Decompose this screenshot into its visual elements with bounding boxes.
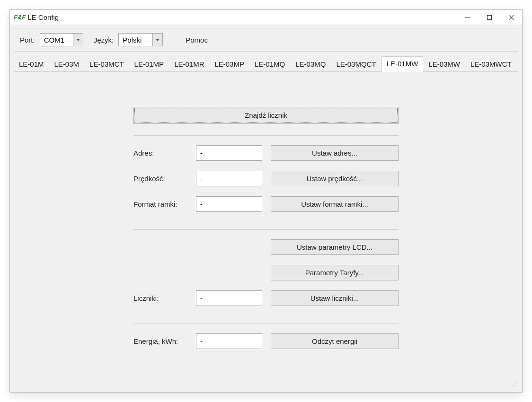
close-button[interactable]: [500, 10, 522, 25]
address-label: Adres:: [133, 149, 196, 157]
row-lcd: . Ustaw parametry LCD...: [133, 238, 399, 255]
language-dropdown-arrow[interactable]: [152, 33, 163, 46]
language-combo[interactable]: [118, 33, 163, 46]
port-label: Port:: [20, 36, 35, 44]
tabs-row: LE-01M LE-03M LE-03MCT LE-01MP LE-01MR L…: [14, 56, 518, 72]
port-input[interactable]: [40, 33, 73, 46]
tab-le-01mw[interactable]: LE-01MW: [381, 56, 424, 72]
svg-point-6: [515, 384, 516, 385]
set-lcd-params-button[interactable]: Ustaw parametry LCD...: [271, 239, 399, 255]
minimize-button[interactable]: [457, 10, 479, 25]
panel-inner: Znajdź licznik Adres: Ustaw adres... Prę…: [133, 107, 399, 358]
divider: [133, 229, 399, 230]
port-dropdown-arrow[interactable]: [73, 33, 83, 46]
row-counters: Liczniki: Ustaw liczniki...: [133, 289, 399, 306]
speed-label: Prędkość:: [133, 175, 196, 183]
svg-rect-1: [488, 15, 492, 19]
help-menu[interactable]: Pomoc: [182, 35, 212, 45]
app-window: F&F LE Config Port: Język: Pomoc LE-01M …: [9, 9, 523, 393]
tab-le-03mqct[interactable]: LE-03MQCT: [331, 57, 381, 72]
row-address: Adres: Ustaw adres...: [133, 144, 399, 161]
tab-le-03mwct[interactable]: LE-03MWCT: [465, 57, 517, 72]
tariff-params-button[interactable]: Parametry Taryfy...: [271, 265, 399, 280]
resize-grip-icon[interactable]: [510, 380, 517, 387]
set-address-button[interactable]: Ustaw adres...: [271, 145, 399, 161]
svg-point-4: [515, 382, 516, 383]
divider: [133, 135, 399, 136]
tab-le-03mw[interactable]: LE-03MW: [423, 57, 465, 72]
address-input[interactable]: [196, 145, 262, 161]
tab-le-03mct[interactable]: LE-03MCT: [84, 57, 129, 72]
divider: [133, 323, 399, 324]
frame-format-label: Format ramki:: [133, 200, 196, 208]
read-energy-button[interactable]: Odczyt energii: [271, 333, 399, 349]
set-counters-button[interactable]: Ustaw liczniki...: [271, 290, 399, 306]
row-tariff: . Parametry Taryfy...: [133, 264, 399, 281]
svg-point-9: [515, 385, 516, 386]
counters-label: Liczniki:: [133, 294, 196, 302]
counters-input[interactable]: [196, 290, 262, 306]
tab-le-01m[interactable]: LE-01M: [14, 57, 49, 72]
tab-le-03m[interactable]: LE-03M: [49, 57, 85, 72]
tab-le-01mq[interactable]: LE-01MQ: [249, 57, 290, 72]
maximize-button[interactable]: [479, 10, 500, 25]
language-label: Język:: [94, 36, 114, 44]
app-logo: F&F: [14, 14, 26, 21]
row-speed: Prędkość: Ustaw prędkość...: [133, 170, 399, 187]
tab-le-01mr[interactable]: LE-01MR: [169, 57, 209, 72]
language-input[interactable]: [118, 33, 152, 46]
energy-label: Energia, kWh:: [133, 337, 196, 345]
speed-input[interactable]: [196, 171, 262, 186]
tab-le-01mp[interactable]: LE-01MP: [129, 57, 169, 72]
svg-point-7: [512, 385, 513, 386]
svg-point-5: [514, 384, 514, 385]
set-frame-format-button[interactable]: Ustaw format ramki...: [271, 196, 399, 212]
find-meter-button[interactable]: Znajdź licznik: [133, 107, 399, 124]
window-title: LE Config: [27, 13, 59, 21]
energy-input[interactable]: [196, 333, 262, 349]
svg-point-8: [514, 385, 514, 386]
row-frame-format: Format ramki: Ustaw format ramki...: [133, 195, 399, 212]
tab-panel: Znajdź licznik Adres: Ustaw adres... Prę…: [14, 71, 518, 388]
tab-le-03mq[interactable]: LE-03MQ: [290, 57, 331, 72]
port-combo[interactable]: [40, 33, 83, 46]
titlebar: F&F LE Config: [10, 10, 522, 25]
set-speed-button[interactable]: Ustaw prędkość...: [271, 171, 399, 186]
frame-format-input[interactable]: [196, 196, 262, 212]
tab-le-03mp[interactable]: LE-03MP: [209, 57, 249, 72]
row-energy: Energia, kWh: Odczyt energii: [133, 332, 399, 350]
toolbar: Port: Język: Pomoc: [14, 28, 518, 52]
